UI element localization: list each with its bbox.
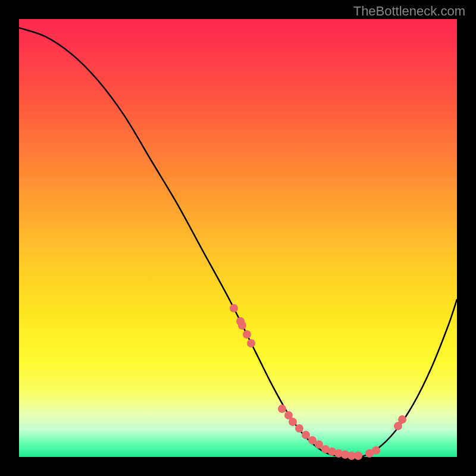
- chart-marker-dot: [243, 330, 251, 339]
- chart-marker-dot: [295, 424, 303, 433]
- chart-marker-dot: [398, 415, 406, 424]
- chart-marker-dot: [230, 304, 238, 312]
- chart-marker-dot: [247, 339, 255, 347]
- watermark-text: TheBottleneck.com: [353, 4, 465, 19]
- chart-marker-dot: [289, 418, 297, 426]
- chart-marker-dot: [238, 321, 246, 330]
- chart-plot-area: [19, 19, 457, 457]
- chart-marker-dot: [278, 405, 286, 413]
- chart-curve: [19, 19, 457, 457]
- chart-marker-dot: [354, 452, 362, 460]
- chart-marker-dot: [372, 446, 380, 455]
